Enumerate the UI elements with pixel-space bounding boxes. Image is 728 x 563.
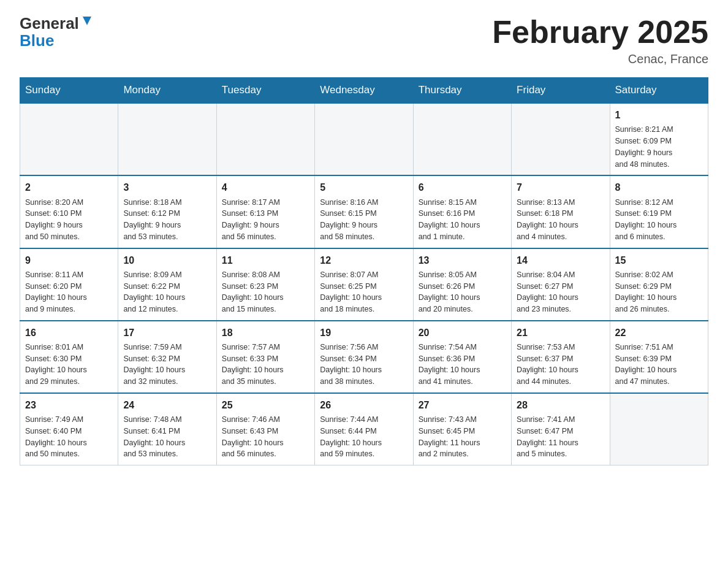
day-info: Sunrise: 8:01 AMSunset: 6:30 PMDaylight:… — [25, 342, 113, 388]
calendar-cell: 7Sunrise: 8:13 AMSunset: 6:18 PMDaylight… — [512, 175, 610, 248]
day-number: 16 — [25, 326, 113, 340]
day-info: Sunrise: 8:02 AMSunset: 6:29 PMDaylight:… — [615, 269, 703, 315]
week-row-5: 23Sunrise: 7:49 AMSunset: 6:40 PMDayligh… — [20, 393, 708, 465]
day-number: 2 — [25, 180, 113, 194]
calendar-cell: 14Sunrise: 8:04 AMSunset: 6:27 PMDayligh… — [512, 248, 610, 321]
day-info: Sunrise: 7:51 AMSunset: 6:39 PMDaylight:… — [615, 342, 703, 388]
calendar-cell — [413, 103, 511, 175]
calendar-cell: 23Sunrise: 7:49 AMSunset: 6:40 PMDayligh… — [20, 393, 118, 465]
calendar-cell: 25Sunrise: 7:46 AMSunset: 6:43 PMDayligh… — [216, 393, 314, 465]
calendar-cell: 28Sunrise: 7:41 AMSunset: 6:47 PMDayligh… — [512, 393, 610, 465]
day-info: Sunrise: 7:46 AMSunset: 6:43 PMDaylight:… — [222, 414, 309, 460]
day-info: Sunrise: 8:15 AMSunset: 6:16 PMDaylight:… — [419, 197, 506, 243]
calendar-cell: 13Sunrise: 8:05 AMSunset: 6:26 PMDayligh… — [413, 248, 511, 321]
calendar-header-row: Sunday Monday Tuesday Wednesday Thursday… — [20, 78, 708, 104]
day-info: Sunrise: 8:04 AMSunset: 6:27 PMDaylight:… — [517, 269, 604, 315]
day-info: Sunrise: 7:49 AMSunset: 6:40 PMDaylight:… — [25, 414, 113, 460]
calendar-cell: 20Sunrise: 7:54 AMSunset: 6:36 PMDayligh… — [413, 321, 511, 393]
calendar-cell: 22Sunrise: 7:51 AMSunset: 6:39 PMDayligh… — [610, 321, 708, 393]
day-number: 14 — [517, 253, 604, 267]
day-info: Sunrise: 8:18 AMSunset: 6:12 PMDaylight:… — [123, 197, 211, 243]
day-number: 27 — [419, 398, 506, 412]
day-number: 3 — [123, 180, 211, 194]
day-info: Sunrise: 8:11 AMSunset: 6:20 PMDaylight:… — [25, 269, 113, 315]
day-info: Sunrise: 7:56 AMSunset: 6:34 PMDaylight:… — [320, 342, 408, 388]
week-row-4: 16Sunrise: 8:01 AMSunset: 6:30 PMDayligh… — [20, 321, 708, 393]
day-number: 11 — [222, 253, 309, 267]
week-row-2: 2Sunrise: 8:20 AMSunset: 6:10 PMDaylight… — [20, 175, 708, 248]
calendar-cell: 18Sunrise: 7:57 AMSunset: 6:33 PMDayligh… — [216, 321, 314, 393]
day-info: Sunrise: 7:43 AMSunset: 6:45 PMDaylight:… — [419, 414, 506, 460]
calendar-cell: 27Sunrise: 7:43 AMSunset: 6:45 PMDayligh… — [413, 393, 511, 465]
calendar-cell: 9Sunrise: 8:11 AMSunset: 6:20 PMDaylight… — [20, 248, 118, 321]
calendar-cell: 1Sunrise: 8:21 AMSunset: 6:09 PMDaylight… — [610, 103, 708, 175]
day-number: 21 — [517, 326, 604, 340]
col-sunday: Sunday — [20, 78, 118, 104]
calendar-cell: 19Sunrise: 7:56 AMSunset: 6:34 PMDayligh… — [315, 321, 413, 393]
day-info: Sunrise: 7:53 AMSunset: 6:37 PMDaylight:… — [517, 342, 604, 388]
calendar-cell — [20, 103, 118, 175]
calendar-cell: 5Sunrise: 8:16 AMSunset: 6:15 PMDaylight… — [315, 175, 413, 248]
day-info: Sunrise: 7:59 AMSunset: 6:32 PMDaylight:… — [123, 342, 211, 388]
calendar-cell: 17Sunrise: 7:59 AMSunset: 6:32 PMDayligh… — [118, 321, 216, 393]
day-info: Sunrise: 7:44 AMSunset: 6:44 PMDaylight:… — [320, 414, 408, 460]
day-number: 6 — [419, 180, 506, 194]
calendar-cell — [118, 103, 216, 175]
day-number: 18 — [222, 326, 309, 340]
day-number: 25 — [222, 398, 309, 412]
calendar-cell: 15Sunrise: 8:02 AMSunset: 6:29 PMDayligh… — [610, 248, 708, 321]
day-number: 12 — [320, 253, 408, 267]
page: General Blue February 2025 Cenac, France… — [0, 0, 728, 485]
col-friday: Friday — [512, 78, 610, 104]
day-number: 26 — [320, 398, 408, 412]
day-info: Sunrise: 7:48 AMSunset: 6:41 PMDaylight:… — [123, 414, 211, 460]
day-number: 1 — [615, 108, 703, 122]
calendar-cell: 12Sunrise: 8:07 AMSunset: 6:25 PMDayligh… — [315, 248, 413, 321]
day-number: 15 — [615, 253, 703, 267]
day-number: 4 — [222, 180, 309, 194]
day-info: Sunrise: 7:54 AMSunset: 6:36 PMDaylight:… — [419, 342, 506, 388]
calendar-subtitle: Cenac, France — [492, 52, 708, 66]
day-number: 17 — [123, 326, 211, 340]
col-monday: Monday — [118, 78, 216, 104]
day-number: 28 — [517, 398, 604, 412]
calendar-cell — [610, 393, 708, 465]
week-row-3: 9Sunrise: 8:11 AMSunset: 6:20 PMDaylight… — [20, 248, 708, 321]
header: General Blue February 2025 Cenac, France — [20, 15, 708, 66]
calendar-cell — [216, 103, 314, 175]
day-number: 23 — [25, 398, 113, 412]
calendar-cell: 10Sunrise: 8:09 AMSunset: 6:22 PMDayligh… — [118, 248, 216, 321]
day-number: 20 — [419, 326, 506, 340]
calendar-cell: 3Sunrise: 8:18 AMSunset: 6:12 PMDaylight… — [118, 175, 216, 248]
day-info: Sunrise: 8:05 AMSunset: 6:26 PMDaylight:… — [419, 269, 506, 315]
day-info: Sunrise: 7:41 AMSunset: 6:47 PMDaylight:… — [517, 414, 604, 460]
calendar-table: Sunday Monday Tuesday Wednesday Thursday… — [20, 77, 708, 465]
day-info: Sunrise: 7:57 AMSunset: 6:33 PMDaylight:… — [222, 342, 309, 388]
day-info: Sunrise: 8:07 AMSunset: 6:25 PMDaylight:… — [320, 269, 408, 315]
day-number: 22 — [615, 326, 703, 340]
calendar-cell — [512, 103, 610, 175]
logo-triangle-icon — [80, 14, 94, 28]
calendar-title: February 2025 — [492, 15, 708, 50]
calendar-cell: 6Sunrise: 8:15 AMSunset: 6:16 PMDaylight… — [413, 175, 511, 248]
calendar-cell: 26Sunrise: 7:44 AMSunset: 6:44 PMDayligh… — [315, 393, 413, 465]
day-number: 10 — [123, 253, 211, 267]
calendar-cell: 8Sunrise: 8:12 AMSunset: 6:19 PMDaylight… — [610, 175, 708, 248]
calendar-cell: 16Sunrise: 8:01 AMSunset: 6:30 PMDayligh… — [20, 321, 118, 393]
calendar-cell: 2Sunrise: 8:20 AMSunset: 6:10 PMDaylight… — [20, 175, 118, 248]
title-block: February 2025 Cenac, France — [492, 15, 708, 66]
day-number: 19 — [320, 326, 408, 340]
col-saturday: Saturday — [610, 78, 708, 104]
day-number: 5 — [320, 180, 408, 194]
day-number: 9 — [25, 253, 113, 267]
col-thursday: Thursday — [413, 78, 511, 104]
day-number: 24 — [123, 398, 211, 412]
day-info: Sunrise: 8:21 AMSunset: 6:09 PMDaylight:… — [615, 124, 703, 170]
calendar-cell — [315, 103, 413, 175]
day-info: Sunrise: 8:09 AMSunset: 6:22 PMDaylight:… — [123, 269, 211, 315]
calendar-cell: 11Sunrise: 8:08 AMSunset: 6:23 PMDayligh… — [216, 248, 314, 321]
calendar-cell: 24Sunrise: 7:48 AMSunset: 6:41 PMDayligh… — [118, 393, 216, 465]
day-number: 8 — [615, 180, 703, 194]
svg-marker-0 — [83, 17, 91, 25]
day-info: Sunrise: 8:13 AMSunset: 6:18 PMDaylight:… — [517, 197, 604, 243]
